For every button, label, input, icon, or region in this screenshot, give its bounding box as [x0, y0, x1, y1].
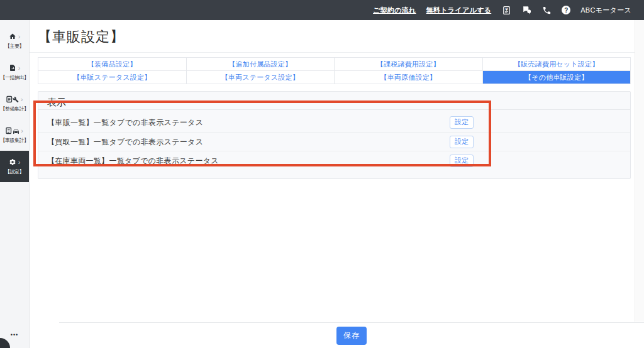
- settings-tab-grid: 【装備品設定】 【追加付属品設定】 【課税諸費用設定】 【販売諸費用セット設定】…: [38, 57, 631, 84]
- setting-row-stock-vehicle-list: 【在庫車両一覧】一覧タブでの非表示ステータス 設定: [38, 151, 630, 170]
- tab-additional-accessory-settings[interactable]: 【追加付属品設定】: [187, 58, 335, 71]
- tab-sales-expense-set-settings[interactable]: 【販売諸費用セット設定】: [483, 58, 631, 71]
- help-icon[interactable]: ?: [562, 6, 570, 14]
- setting-row-label: 【買取一覧】一覧タブでの非表示ステータス: [47, 136, 203, 147]
- tab-other-car-sales-settings[interactable]: 【その他車販設定】: [483, 71, 631, 84]
- tab-car-sales-status-settings[interactable]: 【車販ステータス設定】: [38, 71, 187, 84]
- chevron-right-icon: ›: [21, 128, 23, 134]
- sidebar-more-button[interactable]: •••: [0, 332, 29, 338]
- page-title: 【車販設定】: [38, 28, 644, 46]
- save-button[interactable]: 保存: [336, 327, 367, 345]
- footer-bar: 保存: [59, 322, 644, 348]
- maintenance-summary-icon: [6, 95, 19, 103]
- sidebar-item-bulk-export[interactable]: › 【一括抽出】: [0, 57, 29, 88]
- car-sales-summary-icon: [6, 127, 19, 134]
- contract-flow-link[interactable]: ご契約の流れ: [373, 6, 416, 15]
- sidebar-item-label: 【一括抽出】: [1, 74, 29, 81]
- topbar: ご契約の流れ 無料トライアルする ¥ ? ABCモータース: [0, 0, 644, 20]
- phone-icon[interactable]: [541, 5, 552, 15]
- sidebar-item-label: 【車販集計】: [1, 137, 29, 144]
- home-icon: [9, 33, 16, 40]
- sidebar-item-main[interactable]: › 【主要】: [0, 25, 29, 57]
- invoice-icon[interactable]: ¥: [501, 5, 511, 15]
- gear-icon: [9, 158, 16, 166]
- sidebar-item-label: 【主要】: [5, 43, 24, 50]
- setting-row-purchase-list: 【買取一覧】一覧タブでの非表示ステータス 設定: [38, 132, 630, 151]
- setting-row-label: 【車販一覧】一覧タブでの非表示ステータス: [47, 117, 203, 128]
- svg-text:¥: ¥: [505, 7, 508, 11]
- configure-button[interactable]: 設定: [450, 116, 474, 129]
- tab-vehicle-status-settings[interactable]: 【車両ステータス設定】: [187, 71, 335, 84]
- chevron-right-icon: ›: [18, 65, 21, 71]
- sidebar-item-label: 【整備集計】: [1, 106, 29, 112]
- sidebar-item-car-sales-summary[interactable]: › 【車販集計】: [0, 119, 29, 151]
- chevron-right-icon: ›: [18, 33, 21, 40]
- configure-button[interactable]: 設定: [450, 136, 474, 148]
- account-name[interactable]: ABCモータース: [580, 6, 631, 15]
- tab-vehicle-cost-settings[interactable]: 【車両原価設定】: [335, 71, 483, 84]
- bulk-export-icon: [9, 64, 16, 72]
- scrollbar-track[interactable]: [635, 20, 644, 322]
- sidebar-item-label: 【設定】: [5, 168, 24, 175]
- free-trial-link[interactable]: 無料トライアルする: [426, 6, 492, 15]
- main-content: 【車販設定】 【装備品設定】 【追加付属品設定】 【課税諸費用設定】 【販売諸費…: [30, 20, 644, 348]
- title-block: 【車販設定】: [30, 20, 644, 53]
- chat-icon[interactable]: [521, 5, 531, 15]
- section-heading: 表示: [38, 92, 630, 110]
- configure-button[interactable]: 設定: [450, 155, 474, 167]
- tab-taxable-expense-settings[interactable]: 【課税諸費用設定】: [335, 58, 483, 71]
- chevron-right-icon: ›: [21, 96, 23, 102]
- setting-row-label: 【在庫車両一覧】一覧タブでの非表示ステータス: [47, 155, 219, 166]
- display-settings-card: 表示 【車販一覧】一覧タブでの非表示ステータス 設定 【買取一覧】一覧タブでの非…: [38, 91, 631, 179]
- sidebar: › 【主要】 › 【一括抽出】 ›: [0, 20, 30, 348]
- sidebar-item-maintenance-summary[interactable]: › 【整備集計】: [0, 88, 29, 119]
- sidebar-item-settings[interactable]: › 【設定】: [0, 151, 29, 182]
- setting-row-car-sales-list: 【車販一覧】一覧タブでの非表示ステータス 設定: [38, 113, 630, 132]
- chevron-right-icon: ›: [18, 159, 21, 165]
- tab-equipment-settings[interactable]: 【装備品設定】: [38, 58, 187, 71]
